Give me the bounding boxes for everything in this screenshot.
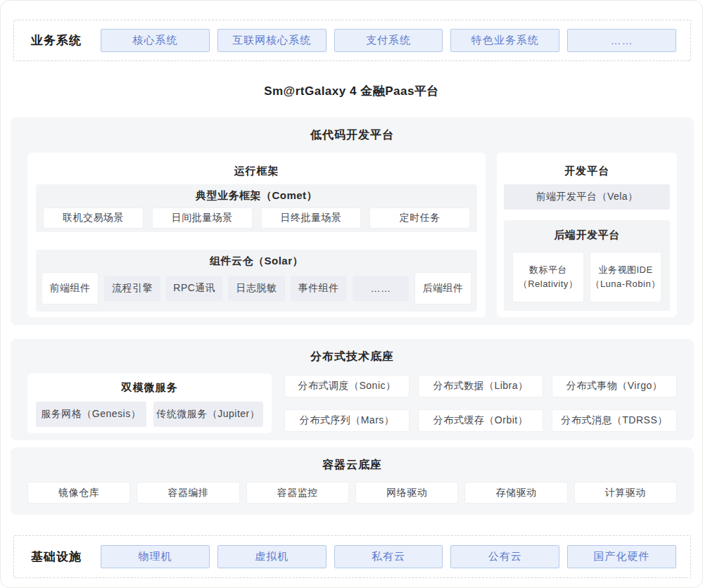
node-relativity-line2: （Relativity） <box>519 277 578 291</box>
node-luna-robin-line1: 业务视图IDE <box>598 263 652 277</box>
node-luna-robin-ide: 业务视图IDE （Luna-Robin） <box>590 252 661 302</box>
comet-framework-title: 典型业务框架（Comet） <box>36 184 477 203</box>
infrastructure-row: 基础设施 物理机 虚拟机 私有云 公有云 国产化硬件 <box>13 535 691 578</box>
node-business-ellipsis: …… <box>567 29 676 52</box>
node-virgo-transaction: 分布式事物（Virgo） <box>552 375 677 397</box>
node-luna-robin-line2: （Luna-Robin） <box>590 277 660 291</box>
node-core-system: 核心系统 <box>101 29 210 52</box>
node-event-component: 事件组件 <box>291 276 347 301</box>
backend-dev-items: 数标平台 （Relativity） 业务视图IDE （Luna-Robin） <box>512 252 661 302</box>
node-solar-ellipsis: …… <box>353 276 409 301</box>
node-backend-component: 后端组件 <box>414 272 471 305</box>
node-orbit-cache: 分布式缓存（Orbit） <box>418 409 543 432</box>
node-eod-batch-scene: 日终批量场景 <box>261 207 362 229</box>
node-jupiter-microservice: 传统微服务（Jupiter） <box>153 402 264 427</box>
dev-platform-title: 开发平台 <box>497 153 677 178</box>
runtime-framework-panel: 运行框架 典型业务框架（Comet） 联机交易场景 日间批量场景 日终批量场景 … <box>27 153 486 317</box>
runtime-framework-title: 运行框架 <box>27 153 486 178</box>
dev-platform-panel: 开发平台 前端开发平台（Vela） 后端开发平台 数标平台 （Relativit… <box>497 153 677 317</box>
lowcode-platform-section: 低代码开发平台 运行框架 典型业务框架（Comet） 联机交易场景 日间批量场景… <box>11 117 694 325</box>
node-payment-system: 支付系统 <box>334 29 443 52</box>
node-network-driver: 网络驱动 <box>355 482 458 504</box>
node-storage-driver: 存储驱动 <box>464 482 567 504</box>
distributed-services-grid: 分布式调度（Sonic） 分布式数据（Libra） 分布式事物（Virgo） 分… <box>284 373 677 433</box>
node-private-cloud: 私有云 <box>334 545 443 568</box>
node-online-transaction-scene: 联机交易场景 <box>43 207 144 229</box>
node-special-business-system: 特色业务系统 <box>450 29 559 52</box>
container-cloud-items: 镜像仓库 容器编排 容器监控 网络驱动 存储驱动 计算驱动 <box>27 482 677 504</box>
dual-mode-items: 服务网格（Genesis） 传统微服务（Jupiter） <box>36 402 263 427</box>
node-libra-data: 分布式数据（Libra） <box>418 375 543 397</box>
node-compute-driver: 计算驱动 <box>574 482 677 504</box>
solar-items: 前端组件 流程引擎 RPC通讯 日志脱敏 事件组件 …… 后端组件 <box>42 272 471 305</box>
node-relativity-line1: 数标平台 <box>529 263 567 277</box>
comet-framework-panel: 典型业务框架（Comet） 联机交易场景 日间批量场景 日终批量场景 定时任务 <box>36 184 477 232</box>
business-systems-items: 核心系统 互联网核心系统 支付系统 特色业务系统 …… <box>101 29 690 52</box>
node-container-orchestration: 容器编排 <box>137 482 239 504</box>
node-log-masking: 日志脱敏 <box>228 276 284 301</box>
node-genesis-service-mesh: 服务网格（Genesis） <box>36 402 146 427</box>
container-cloud-section: 容器云底座 镜像仓库 容器编排 容器监控 网络驱动 存储驱动 计算驱动 <box>11 447 694 515</box>
architecture-diagram: 业务系统 核心系统 互联网核心系统 支付系统 特色业务系统 …… Sm@rtGa… <box>0 0 703 588</box>
node-frontend-component: 前端组件 <box>42 272 99 305</box>
node-process-engine: 流程引擎 <box>104 276 160 301</box>
infrastructure-items: 物理机 虚拟机 私有云 公有云 国产化硬件 <box>101 545 690 568</box>
solar-component-title: 组件云仓（Solar） <box>36 250 477 268</box>
lowcode-body: 运行框架 典型业务框架（Comet） 联机交易场景 日间批量场景 日终批量场景 … <box>27 153 677 317</box>
node-image-registry: 镜像仓库 <box>27 482 130 504</box>
node-vela-frontend-dev-platform: 前端开发平台（Vela） <box>504 184 670 210</box>
node-scheduled-task: 定时任务 <box>369 207 470 229</box>
solar-component-panel: 组件云仓（Solar） 前端组件 流程引擎 RPC通讯 日志脱敏 事件组件 ……… <box>36 250 477 312</box>
business-systems-row: 业务系统 核心系统 互联网核心系统 支付系统 特色业务系统 …… <box>13 20 691 61</box>
node-daytime-batch-scene: 日间批量场景 <box>152 207 253 229</box>
node-container-monitoring: 容器监控 <box>246 482 349 504</box>
infrastructure-label: 基础设施 <box>31 549 101 565</box>
backend-dev-title: 后端开发平台 <box>504 220 670 242</box>
node-internet-core-system: 互联网核心系统 <box>217 29 327 52</box>
node-domestic-hardware: 国产化硬件 <box>567 545 676 568</box>
comet-items: 联机交易场景 日间批量场景 日终批量场景 定时任务 <box>43 207 470 229</box>
dual-mode-title: 双模微服务 <box>27 373 272 395</box>
distributed-body: 双模微服务 服务网格（Genesis） 传统微服务（Jupiter） 分布式调度… <box>27 373 677 433</box>
node-mars-sequence: 分布式序列（Mars） <box>284 409 410 432</box>
distributed-base-section: 分布式技术底座 双模微服务 服务网格（Genesis） 传统微服务（Jupite… <box>11 339 694 440</box>
backend-dev-panel: 后端开发平台 数标平台 （Relativity） 业务视图IDE （Luna-R… <box>504 220 670 311</box>
dual-mode-microservice-panel: 双模微服务 服务网格（Genesis） 传统微服务（Jupiter） <box>27 373 272 433</box>
node-sonic-scheduling: 分布式调度（Sonic） <box>284 375 410 397</box>
node-rpc-communication: RPC通讯 <box>166 276 222 301</box>
node-virtual-machine: 虚拟机 <box>217 545 327 568</box>
distributed-base-title: 分布式技术底座 <box>27 339 677 364</box>
container-cloud-title: 容器云底座 <box>27 447 677 473</box>
node-tdrss-message: 分布式消息（TDRSS） <box>552 409 677 432</box>
node-physical-machine: 物理机 <box>101 545 210 568</box>
lowcode-platform-title: 低代码开发平台 <box>27 117 677 143</box>
node-relativity-data-platform: 数标平台 （Relativity） <box>512 252 584 302</box>
node-public-cloud: 公有云 <box>450 545 559 568</box>
page-title: Sm@rtGalaxy 4 金融Paas平台 <box>1 83 702 99</box>
business-systems-label: 业务系统 <box>31 32 101 49</box>
